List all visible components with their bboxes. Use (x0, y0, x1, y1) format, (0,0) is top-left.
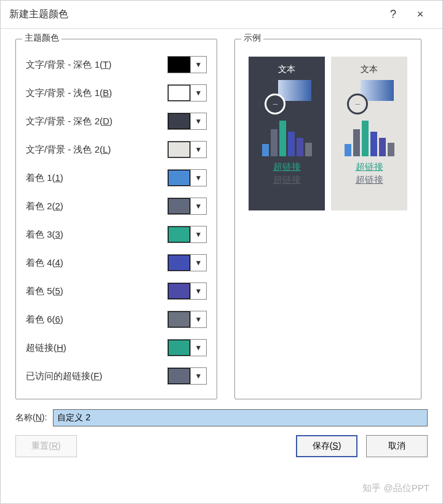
color-label: 已访问的超链接(F) (26, 370, 167, 382)
preview-light-shapes: ~~ (345, 80, 394, 114)
preview-dark: 文本 ~~ 超链接 超链接 (249, 57, 325, 210)
name-input[interactable] (53, 409, 428, 426)
preview-bar (362, 121, 369, 156)
preview-bar (288, 132, 295, 156)
preview-bar (388, 143, 394, 156)
color-dropdown-accent6[interactable]: ▼ (167, 311, 207, 328)
preview-bar (279, 121, 286, 156)
color-dropdown-followed-hyperlink[interactable]: ▼ (167, 367, 207, 385)
color-label: 文字/背景 - 浅色 1(B) (26, 87, 167, 99)
color-label: 超链接(H) (26, 342, 167, 354)
chevron-down-icon: ▼ (190, 57, 206, 73)
color-label: 着色 1(1) (26, 172, 167, 184)
chevron-down-icon: ▼ (190, 198, 206, 214)
close-button[interactable]: × (407, 8, 434, 21)
chevron-down-icon: ▼ (190, 368, 206, 384)
columns: 主题颜色 文字/背景 - 深色 1(T)▼文字/背景 - 浅色 1(B)▼文字/… (15, 39, 428, 399)
color-label: 着色 3(3) (26, 229, 167, 241)
color-row-accent3: 着色 3(3)▼ (26, 220, 207, 249)
titlebar: 新建主题颜色 ? × (1, 1, 442, 29)
color-row-accent2: 着色 2(2)▼ (26, 192, 207, 220)
color-dropdown-accent3[interactable]: ▼ (167, 226, 207, 243)
color-swatch (168, 113, 190, 129)
preview-bar (305, 143, 312, 156)
color-dropdown-text-bg-light1[interactable]: ▼ (167, 84, 207, 102)
name-label: 名称(N): (15, 412, 47, 423)
group-theme-colors: 主题颜色 文字/背景 - 深色 1(T)▼文字/背景 - 浅色 1(B)▼文字/… (15, 39, 217, 399)
dialog-new-theme-colors: 新建主题颜色 ? × 主题颜色 文字/背景 - 深色 1(T)▼文字/背景 - … (0, 0, 443, 504)
color-dropdown-hyperlink[interactable]: ▼ (167, 339, 207, 356)
color-label: 文字/背景 - 深色 2(D) (26, 116, 167, 127)
color-swatch (168, 255, 190, 271)
dialog-title: 新建主题颜色 (9, 8, 380, 21)
help-button[interactable]: ? (380, 8, 407, 21)
color-swatch (168, 142, 190, 158)
preview-row: 文本 ~~ 超链接 超链接 文本 ~~ (245, 50, 411, 217)
preview-bar (271, 129, 277, 156)
color-swatch (168, 170, 190, 186)
chevron-down-icon: ▼ (190, 283, 206, 299)
dialog-content: 主题颜色 文字/背景 - 深色 1(T)▼文字/背景 - 浅色 1(B)▼文字/… (1, 29, 442, 503)
preview-bar (353, 129, 360, 156)
color-row-accent6: 着色 6(6)▼ (26, 305, 207, 334)
preview-light: 文本 ~~ 超链接 超链接 (331, 57, 407, 210)
color-swatch (168, 283, 190, 299)
group-theme-colors-legend: 主题颜色 (22, 33, 62, 44)
color-dropdown-text-bg-dark1[interactable]: ▼ (167, 56, 207, 73)
preview-dark-title: 文本 (278, 64, 295, 75)
reset-button[interactable]: 重置(R) (15, 435, 77, 457)
preview-circle-icon: ~~ (265, 94, 285, 114)
preview-bar (345, 144, 351, 156)
color-dropdown-text-bg-dark2[interactable]: ▼ (167, 113, 207, 130)
color-dropdown-accent2[interactable]: ▼ (167, 198, 207, 215)
preview-dark-shapes: ~~ (262, 80, 311, 114)
chevron-down-icon: ▼ (190, 311, 206, 327)
color-row-followed-hyperlink: 已访问的超链接(F)▼ (26, 362, 207, 390)
color-label: 文字/背景 - 深色 1(T) (26, 59, 167, 71)
color-row-text-bg-dark2: 文字/背景 - 深色 2(D)▼ (26, 107, 207, 135)
preview-bar (370, 132, 377, 156)
color-dropdown-text-bg-light2[interactable]: ▼ (167, 141, 207, 158)
color-swatch (168, 85, 190, 101)
color-row-accent4: 着色 4(4)▼ (26, 249, 207, 277)
color-label: 着色 6(6) (26, 314, 167, 326)
preview-bar (379, 138, 386, 156)
color-label: 着色 2(2) (26, 201, 167, 212)
button-row: 重置(R) 保存(S) 取消 (15, 435, 428, 457)
preview-dark-hyperlink: 超链接 (273, 161, 301, 173)
color-dropdown-accent4[interactable]: ▼ (167, 254, 207, 271)
color-label: 着色 5(5) (26, 286, 167, 297)
preview-bar (297, 138, 303, 156)
name-row: 名称(N): (15, 409, 428, 426)
color-row-text-bg-light2: 文字/背景 - 浅色 2(L)▼ (26, 135, 207, 164)
preview-light-chart (345, 118, 394, 156)
color-label: 着色 4(4) (26, 257, 167, 269)
preview-bar (262, 144, 269, 156)
preview-light-hyperlink: 超链接 (356, 161, 383, 173)
group-preview-legend: 示例 (241, 33, 263, 44)
preview-light-followed: 超链接 (356, 174, 383, 186)
save-button[interactable]: 保存(S) (296, 435, 357, 457)
color-swatch (168, 198, 190, 214)
color-row-text-bg-dark1: 文字/背景 - 深色 1(T)▼ (26, 50, 207, 79)
color-dropdown-accent5[interactable]: ▼ (167, 282, 207, 300)
chevron-down-icon: ▼ (190, 142, 206, 158)
color-label: 文字/背景 - 浅色 2(L) (26, 144, 167, 156)
chevron-down-icon: ▼ (190, 85, 206, 101)
color-swatch (168, 340, 190, 356)
preview-light-title: 文本 (361, 64, 378, 75)
preview-dark-followed: 超链接 (273, 174, 301, 186)
color-swatch (168, 57, 190, 73)
cancel-button[interactable]: 取消 (366, 435, 428, 457)
color-dropdown-accent1[interactable]: ▼ (167, 169, 207, 186)
color-list: 文字/背景 - 深色 1(T)▼文字/背景 - 浅色 1(B)▼文字/背景 - … (26, 50, 207, 390)
color-swatch (168, 226, 190, 242)
chevron-down-icon: ▼ (190, 255, 206, 271)
chevron-down-icon: ▼ (190, 113, 206, 129)
color-row-hyperlink: 超链接(H)▼ (26, 334, 207, 362)
color-swatch (168, 311, 190, 327)
color-row-accent1: 着色 1(1)▼ (26, 164, 207, 192)
color-row-accent5: 着色 5(5)▼ (26, 277, 207, 305)
color-row-text-bg-light1: 文字/背景 - 浅色 1(B)▼ (26, 79, 207, 107)
chevron-down-icon: ▼ (190, 226, 206, 242)
